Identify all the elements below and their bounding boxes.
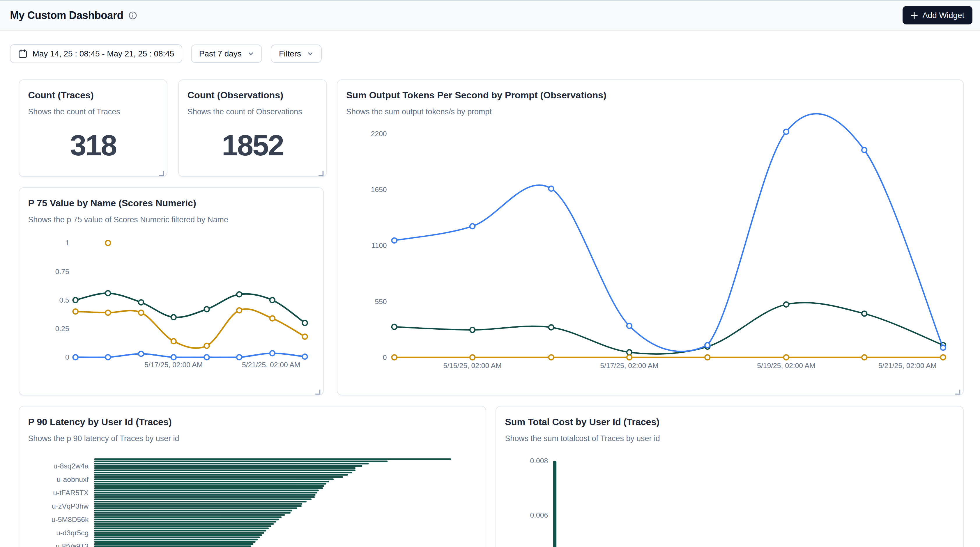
- widget-title: Count (Traces): [28, 90, 158, 101]
- bar-chart-p90-latency: u-8sq2w4au-aobnuxfu-tFAR5TXu-zVqP3hwu-5M…: [19, 406, 486, 547]
- range-preset-label: Past 7 days: [199, 49, 242, 59]
- widget-total-cost: Sum Total Cost by User Id (Traces) Shows…: [496, 406, 964, 547]
- svg-text:0: 0: [383, 353, 387, 361]
- svg-text:550: 550: [375, 297, 387, 305]
- filters-label: Filters: [279, 49, 301, 59]
- widget-title: Sum Total Cost by User Id (Traces): [505, 417, 955, 427]
- resize-handle-icon[interactable]: [318, 167, 324, 173]
- resize-handle-icon[interactable]: [315, 386, 321, 392]
- widget-title: P 75 Value by Name (Scores Numeric): [28, 198, 314, 209]
- info-icon[interactable]: [128, 11, 137, 20]
- plus-icon: [910, 12, 918, 19]
- widget-tokens-per-second: Sum Output Tokens Per Second by Prompt (…: [337, 79, 964, 395]
- widget-p75-value: P 75 Value by Name (Scores Numeric) Show…: [19, 187, 324, 395]
- svg-text:u-8fVa9T3: u-8fVa9T3: [56, 542, 89, 547]
- svg-text:5/19/25, 02:00 AM: 5/19/25, 02:00 AM: [757, 361, 815, 369]
- widget-subtitle: Shows the count of Traces: [28, 107, 158, 116]
- toolbar: May 14, 25 : 08:45 - May 21, 25 : 08:45 …: [10, 44, 321, 63]
- svg-text:5/21/25, 02:00 AM: 5/21/25, 02:00 AM: [878, 361, 937, 369]
- page-header: My Custom Dashboard Add Widget: [0, 0, 980, 30]
- filters-button[interactable]: Filters: [271, 44, 321, 63]
- svg-text:0: 0: [65, 353, 69, 361]
- svg-text:u-5M8D56k: u-5M8D56k: [51, 515, 89, 523]
- widget-subtitle: Shows the p 75 value of Scores Numeric f…: [28, 215, 314, 224]
- svg-text:1100: 1100: [372, 241, 387, 249]
- widget-subtitle: Shows the sum output tokens/s by prompt: [346, 107, 955, 116]
- add-widget-button[interactable]: Add Widget: [902, 6, 973, 24]
- svg-text:5/15/25, 02:00 AM: 5/15/25, 02:00 AM: [444, 361, 502, 369]
- svg-text:u-zVqP3hw: u-zVqP3hw: [52, 502, 89, 510]
- widget-title: P 90 Latency by User Id (Traces): [28, 417, 477, 427]
- svg-text:u-aobnuxf: u-aobnuxf: [57, 476, 89, 483]
- dashboard-page: My Custom Dashboard Add Widget: [0, 0, 980, 547]
- metric-value: 318: [19, 128, 167, 162]
- svg-text:0.75: 0.75: [55, 268, 69, 276]
- svg-text:5/17/25, 02:00 AM: 5/17/25, 02:00 AM: [600, 361, 658, 369]
- svg-text:1: 1: [65, 239, 69, 247]
- range-preset-button[interactable]: Past 7 days: [191, 44, 262, 63]
- widget-count-traces: Count (Traces) Shows the count of Traces…: [19, 79, 167, 177]
- svg-text:0.5: 0.5: [59, 296, 69, 304]
- widget-p90-latency: P 90 Latency by User Id (Traces) Shows t…: [19, 406, 486, 547]
- bar-chart-total-cost: 0.0060.008: [496, 406, 963, 547]
- svg-text:0.008: 0.008: [530, 457, 548, 465]
- date-range-button[interactable]: May 14, 25 : 08:45 - May 21, 25 : 08:45: [10, 44, 182, 63]
- widget-count-observations: Count (Observations) Shows the count of …: [178, 79, 327, 177]
- widget-subtitle: Shows the sum totalcost of Traces by use…: [505, 434, 955, 443]
- widget-title: Sum Output Tokens Per Second by Prompt (…: [346, 90, 955, 101]
- svg-text:2200: 2200: [371, 130, 387, 138]
- svg-text:5/21/25, 02:00 AM: 5/21/25, 02:00 AM: [242, 361, 300, 369]
- resize-handle-icon[interactable]: [955, 386, 961, 392]
- line-chart-tokens: 05501100165022005/15/25, 02:00 AM5/17/25…: [337, 80, 963, 395]
- widget-subtitle: Shows the p 90 latency of Traces by user…: [28, 434, 477, 443]
- chevron-down-icon: [248, 51, 254, 57]
- page-title: My Custom Dashboard: [10, 9, 123, 22]
- svg-text:u-tFAR5TX: u-tFAR5TX: [53, 489, 89, 497]
- calendar-icon: [18, 49, 27, 59]
- svg-text:u-d3qr5cg: u-d3qr5cg: [56, 529, 89, 537]
- resize-handle-icon[interactable]: [158, 167, 164, 173]
- chevron-down-icon: [307, 51, 313, 57]
- widget-title: Count (Observations): [188, 90, 318, 101]
- svg-text:0.25: 0.25: [55, 325, 69, 333]
- metric-value: 1852: [179, 128, 326, 162]
- svg-text:0.006: 0.006: [530, 511, 548, 519]
- date-range-label: May 14, 25 : 08:45 - May 21, 25 : 08:45: [32, 49, 174, 59]
- widget-subtitle: Shows the count of Observations: [188, 107, 318, 116]
- svg-text:5/17/25, 02:00 AM: 5/17/25, 02:00 AM: [145, 361, 203, 369]
- svg-text:1650: 1650: [371, 186, 387, 193]
- svg-text:u-8sq2w4a: u-8sq2w4a: [54, 462, 89, 470]
- add-widget-label: Add Widget: [922, 11, 964, 20]
